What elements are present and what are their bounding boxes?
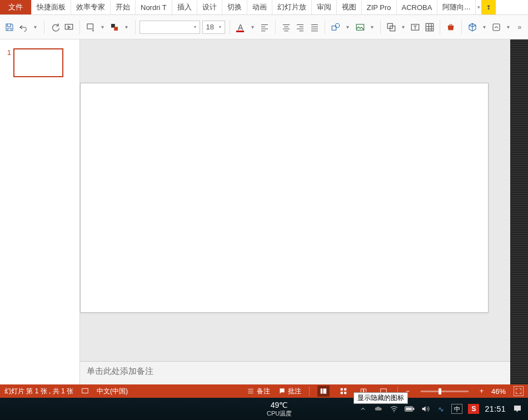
font-size-combo[interactable]: 18▾ <box>202 21 225 34</box>
tab-home[interactable]: 开始 <box>111 0 136 14</box>
font-name-combo[interactable]: ▾ <box>140 21 200 34</box>
svg-point-5 <box>336 23 340 28</box>
ime-indicator[interactable]: 中 <box>451 404 462 414</box>
tab-insert[interactable]: 插入 <box>172 0 197 14</box>
slide-thumbnails-panel[interactable]: 1 <box>0 39 80 384</box>
thumbnail-preview[interactable] <box>13 48 63 77</box>
warning-indicator[interactable]: ❢ <box>481 0 496 14</box>
cpu-temp-value: 49℃ <box>267 401 292 409</box>
spellcheck-icon[interactable] <box>81 387 89 395</box>
svg-point-20 <box>394 412 395 412</box>
font-color-button[interactable]: A <box>235 21 247 33</box>
sogou-ime-icon[interactable]: S <box>468 404 479 414</box>
arrange-icon[interactable] <box>385 21 397 33</box>
align-center-icon[interactable] <box>280 21 292 33</box>
redo-icon[interactable] <box>49 21 61 33</box>
tab-design[interactable]: 设计 <box>197 0 222 14</box>
tab-review[interactable]: 审阅 <box>312 0 337 14</box>
comments-toggle-label: 批注 <box>288 387 301 396</box>
from-beginning-icon[interactable] <box>63 21 75 33</box>
tab-addon[interactable]: 阿随向... <box>437 0 476 14</box>
tab-nordri[interactable]: Nordri T <box>136 0 172 14</box>
tab-acrobat[interactable]: ACROBA <box>397 0 438 14</box>
shapes-dropdown[interactable]: ▾ <box>344 24 352 30</box>
svg-rect-15 <box>341 388 343 391</box>
zoom-in-icon[interactable]: + <box>480 387 484 395</box>
separator <box>230 20 230 34</box>
separator <box>309 387 310 396</box>
slide-canvas[interactable] <box>80 83 489 313</box>
taskbar-clock[interactable]: 21:51 <box>485 404 506 413</box>
tab-zip-pro[interactable]: ZIP Pro <box>362 0 397 14</box>
action-center-icon[interactable] <box>511 403 524 415</box>
separator <box>44 20 44 34</box>
comments-toggle[interactable]: 批注 <box>278 387 301 396</box>
paste-dropdown[interactable]: ▾ <box>123 24 131 30</box>
separator <box>79 20 80 34</box>
battery-icon[interactable] <box>405 404 415 414</box>
shapes-icon[interactable] <box>330 21 342 33</box>
store-icon[interactable] <box>445 21 457 33</box>
system-tray: 显示隐藏的图标 ∿ 中 S 21:51 <box>358 403 524 415</box>
picture-dropdown[interactable]: ▾ <box>368 24 376 30</box>
thumbnail-number: 1 <box>6 48 13 77</box>
align-right-icon[interactable] <box>294 21 306 33</box>
tab-file[interactable]: 文件 <box>0 0 32 14</box>
app-tray-icon[interactable]: ∿ <box>436 404 446 414</box>
tab-transitions[interactable]: 切换 <box>222 0 247 14</box>
language-indicator[interactable]: 中文(中国) <box>97 387 128 396</box>
picture-icon[interactable] <box>354 21 366 33</box>
tab-view[interactable]: 视图 <box>337 0 362 14</box>
zoom-percent[interactable]: 46% <box>491 387 506 396</box>
tray-tooltip: 显示隐藏的图标 <box>353 392 408 404</box>
onedrive-icon[interactable] <box>373 404 383 414</box>
tab-slideshow[interactable]: 幻灯片放 <box>272 0 312 14</box>
volume-icon[interactable] <box>420 404 430 414</box>
notes-pane[interactable]: 单击此处添加备注 <box>80 361 510 384</box>
zoom-slider-thumb[interactable] <box>439 388 441 394</box>
save-icon[interactable] <box>3 21 16 33</box>
align-left-icon[interactable] <box>258 21 271 33</box>
separator <box>440 20 440 34</box>
tab-animations[interactable]: 动画 <box>247 0 272 14</box>
wifi-icon[interactable] <box>389 404 399 414</box>
fit-to-window-icon[interactable] <box>514 386 524 396</box>
text-box-icon[interactable] <box>409 21 421 33</box>
status-bar: 幻灯片 第 1 张 , 共 1 张 中文(中国) 备注 批注 − + 46% <box>0 384 528 398</box>
zoom-slider[interactable] <box>421 391 469 392</box>
svg-rect-1 <box>87 24 93 29</box>
symbol-dropdown[interactable]: ▾ <box>505 24 512 30</box>
align-justify-icon[interactable] <box>308 21 321 33</box>
tab-efficiency[interactable]: 效率专家 <box>71 0 111 14</box>
3d-dropdown[interactable]: ▾ <box>481 24 489 30</box>
svg-rect-14 <box>323 388 326 393</box>
arrange-dropdown[interactable]: ▾ <box>400 24 407 30</box>
symbol-icon[interactable] <box>490 21 502 33</box>
notes-toggle[interactable]: 备注 <box>247 387 270 396</box>
svg-rect-17 <box>341 392 343 394</box>
font-size-value: 18 <box>206 23 214 31</box>
thumbnail-item[interactable]: 1 <box>6 48 74 77</box>
tabs-overflow-dropdown[interactable]: ▾ <box>476 0 481 14</box>
view-normal-icon[interactable] <box>317 386 330 397</box>
workspace: 1 单击此处添加备注 <box>0 39 528 384</box>
tab-quick-panel[interactable]: 快捷面板 <box>32 0 71 14</box>
ribbon-toolbar: ▾ ▾ ▾ ▾ 18▾ A ▾ ▾ ▾ ▾ ▾ ▾ » <box>0 15 528 39</box>
undo-dropdown[interactable]: ▾ <box>32 24 39 30</box>
canvas-area[interactable] <box>80 39 510 361</box>
separator <box>380 20 381 34</box>
undo-icon[interactable] <box>18 21 30 33</box>
new-slide-icon[interactable] <box>84 21 97 33</box>
svg-rect-3 <box>114 27 118 31</box>
cpu-temp-widget[interactable]: 49℃ CPU温度 <box>267 401 292 416</box>
paste-icon[interactable] <box>108 21 121 33</box>
new-slide-dropdown[interactable]: ▾ <box>99 24 107 30</box>
view-sorter-icon[interactable] <box>337 386 350 397</box>
table-icon[interactable] <box>424 21 436 33</box>
3d-model-icon[interactable] <box>466 21 479 33</box>
tray-overflow-chevron-icon[interactable]: 显示隐藏的图标 <box>358 404 368 414</box>
ribbon-overflow-icon[interactable]: » <box>515 23 525 31</box>
separator <box>461 20 462 34</box>
font-color-dropdown[interactable]: ▾ <box>249 24 257 30</box>
cpu-temp-label: CPU温度 <box>267 410 292 417</box>
